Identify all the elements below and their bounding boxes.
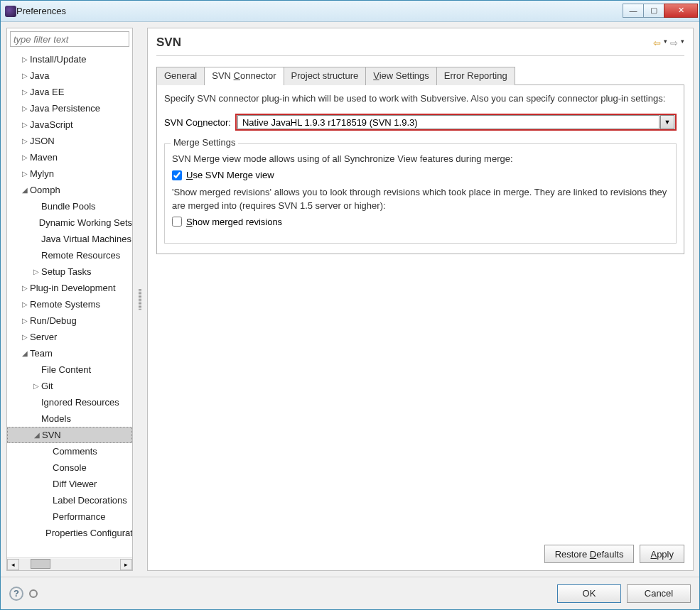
forward-icon[interactable]: ⇨ (670, 38, 678, 48)
apply-button[interactable]: Apply (640, 545, 684, 563)
tree-item[interactable]: ▷Server (7, 329, 132, 345)
show-merged-revisions-input[interactable] (172, 217, 182, 227)
tree-item-label: Models (41, 413, 71, 424)
tree-item[interactable]: Properties Configuration (7, 525, 132, 541)
twisty-icon[interactable]: ▷ (21, 333, 28, 341)
merge-settings-group: Merge Settings SVN Merge view mode allow… (164, 143, 677, 244)
status-icon (29, 589, 38, 598)
tree-item[interactable]: ▷Remote Systems (7, 296, 132, 312)
tree-item[interactable]: Label Decorations (7, 492, 132, 508)
twisty-icon[interactable]: ◢ (21, 349, 28, 357)
twisty-icon[interactable]: ▷ (33, 382, 40, 390)
use-merge-view-input[interactable] (172, 170, 182, 180)
tree-item[interactable]: ▷JavaScript (7, 116, 132, 133)
twisty-icon[interactable]: ▷ (21, 137, 28, 145)
show-merged-revisions-checkbox[interactable]: Show merged revisions (172, 217, 669, 227)
show-merged-revisions-label: Show merged revisions (186, 217, 282, 227)
twisty-icon[interactable]: ▷ (21, 121, 28, 129)
tree-item[interactable]: Performance (7, 508, 132, 525)
tree-item[interactable]: ▷Setup Tasks (7, 263, 132, 280)
tree-item-label: Console (53, 462, 87, 473)
window-buttons: — ▢ (623, 4, 698, 19)
twisty-icon[interactable]: ◢ (21, 186, 28, 194)
twisty-icon[interactable]: ◢ (33, 431, 41, 439)
scroll-thumb[interactable] (31, 559, 50, 569)
twisty-icon[interactable]: ▷ (21, 284, 28, 292)
tab-error-reporting[interactable]: Error Reporting (436, 67, 515, 85)
tree-item[interactable]: ▷Run/Debug (7, 312, 132, 329)
tab-svn-connector[interactable]: SVN Connector (204, 67, 284, 85)
tree-item[interactable]: Models (7, 410, 132, 427)
tree-item[interactable]: Diff Viewer (7, 476, 132, 492)
tree-item[interactable]: Dynamic Working Sets (7, 214, 132, 231)
use-merge-view-checkbox[interactable]: Use SVN Merge view (172, 170, 669, 180)
tree-item[interactable]: Console (7, 459, 132, 476)
connector-label: SVN Connector: (164, 117, 231, 128)
tree-item[interactable]: ▷Plug-in Development (7, 280, 132, 296)
help-icon[interactable]: ? (9, 587, 23, 601)
tree-item[interactable]: ▷Mylyn (7, 165, 132, 182)
scroll-right-icon[interactable]: ▸ (120, 559, 132, 570)
tree-item-label: Java EE (30, 87, 64, 97)
maximize-button[interactable]: ▢ (643, 4, 664, 18)
window-title: Preferences (16, 6, 623, 16)
cancel-button[interactable]: Cancel (627, 584, 691, 603)
connector-combo[interactable]: Native JavaHL 1.9.3 r1718519 (SVN 1.9.3)… (235, 114, 677, 131)
minimize-button[interactable]: — (623, 4, 644, 18)
tree-item-label: Oomph (30, 185, 60, 195)
chevron-down-icon[interactable]: ▼ (660, 115, 674, 129)
twisty-icon[interactable]: ▷ (21, 88, 28, 96)
tree-item[interactable]: Ignored Resources (7, 394, 132, 410)
twisty-icon[interactable]: ▷ (21, 153, 28, 161)
twisty-icon[interactable]: ▷ (21, 300, 28, 308)
tree-item-label: Diff Viewer (53, 479, 97, 489)
tree-hscroll[interactable]: ◂ ▸ (7, 557, 132, 570)
back-icon[interactable]: ⇦ (653, 38, 661, 48)
twisty-icon[interactable]: ▷ (21, 170, 28, 178)
restore-defaults-button[interactable]: Restore Defaults (544, 545, 635, 563)
tree-item-label: Plug-in Development (30, 283, 116, 293)
scroll-left-icon[interactable]: ◂ (7, 559, 19, 570)
tree-item-label: Mylyn (30, 168, 54, 179)
twisty-icon[interactable]: ▷ (33, 268, 40, 276)
twisty-icon[interactable]: ▷ (21, 317, 28, 325)
tree-item[interactable]: Java Virtual Machines (7, 231, 132, 247)
back-menu-icon[interactable]: ▾ (664, 38, 667, 48)
tree-item[interactable]: ▷JSON (7, 133, 132, 149)
merge-desc2: 'Show merged revisions' allows you to lo… (172, 186, 669, 212)
tree-item[interactable]: ▷Maven (7, 149, 132, 165)
close-button[interactable] (664, 4, 698, 18)
twisty-icon[interactable]: ▷ (21, 55, 28, 63)
tree-item-label: Remote Systems (30, 299, 100, 310)
tree-item[interactable]: ▷Java EE (7, 84, 132, 100)
tab-view-settings[interactable]: View Settings (365, 67, 437, 85)
sash-handle[interactable] (137, 28, 143, 571)
page-nav: ⇦▾ ⇨▾ (653, 38, 684, 48)
tab-general[interactable]: General (156, 67, 205, 85)
tree-item[interactable]: ▷Java (7, 67, 132, 84)
tree-item[interactable]: ◢SVN (7, 427, 132, 443)
twisty-icon[interactable]: ▷ (21, 72, 28, 80)
tab-project-structure[interactable]: Project structure (284, 67, 367, 85)
ok-button[interactable]: OK (557, 584, 621, 603)
tree-item[interactable]: ◢Oomph (7, 182, 132, 198)
tree-item-label: Java Virtual Machines (41, 234, 131, 244)
connector-panel: Specify SVN connector plug-in which will… (156, 85, 684, 254)
preferences-tree[interactable]: ▷Install/Update▷Java▷Java EE▷Java Persis… (7, 50, 132, 557)
tree-item[interactable]: Remote Resources (7, 247, 132, 263)
tree-item[interactable]: File Content (7, 361, 132, 378)
tree-item[interactable]: ▷Java Persistence (7, 100, 132, 116)
tree-item[interactable]: ◢Team (7, 345, 132, 361)
forward-menu-icon[interactable]: ▾ (681, 38, 684, 48)
tree-item[interactable]: ▷Install/Update (7, 51, 132, 67)
twisty-icon[interactable]: ▷ (21, 104, 28, 112)
page-header: SVN ⇦▾ ⇨▾ (156, 36, 684, 56)
tree-item-label: File Content (41, 364, 91, 375)
filter-input[interactable] (10, 31, 129, 47)
tree-item[interactable]: ▷Git (7, 378, 132, 394)
preferences-window: Preferences — ▢ ▷Install/Update▷Java▷Jav… (0, 0, 700, 610)
tree-item[interactable]: Bundle Pools (7, 198, 132, 214)
tree-item-label: Server (30, 332, 57, 342)
tree-item-label: Performance (53, 511, 105, 522)
tree-item[interactable]: Comments (7, 443, 132, 459)
